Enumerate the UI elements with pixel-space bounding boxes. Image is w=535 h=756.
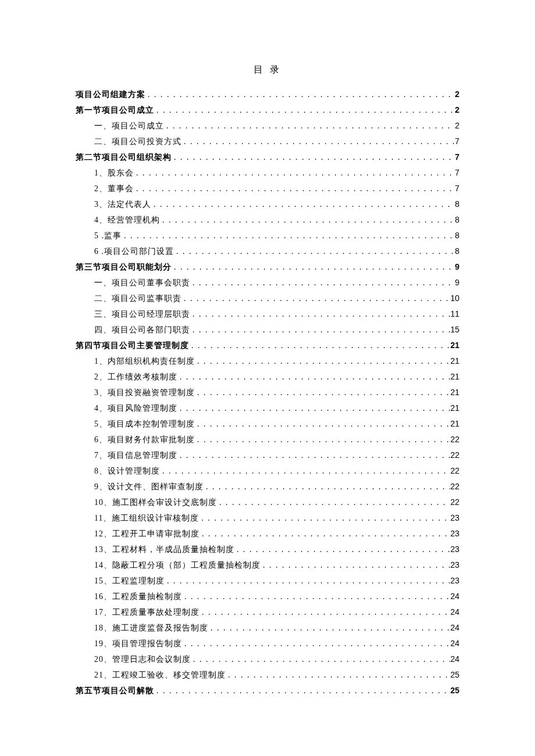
toc-entry[interactable]: 1、内部组织机构责任制度21 — [76, 353, 459, 369]
toc-leader-dots — [151, 197, 455, 212]
toc-leader-dots — [190, 323, 450, 338]
toc-entry-label: 第四节项目公司主要管理制度 — [76, 338, 189, 353]
toc-entry-page: 11 — [450, 306, 459, 321]
toc-title: 目 录 — [76, 64, 459, 76]
toc-entry[interactable]: 4、项目风险管理制度21 — [76, 400, 459, 416]
toc-entry-page: 21 — [450, 338, 459, 353]
toc-entry[interactable]: 二、项目公司投资方式7 — [76, 134, 459, 149]
toc-entry[interactable]: 13、工程材料，半成品质量抽检制度23 — [76, 542, 459, 557]
toc-entry[interactable]: 5 .监事8 — [76, 228, 459, 243]
toc-entry-page: 8 — [455, 243, 459, 259]
toc-entry[interactable]: 20、管理日志和会议制度24 — [76, 651, 459, 667]
toc-entry[interactable]: 2、董事会7 — [76, 181, 459, 196]
toc-entry[interactable]: 15、工程监理制度23 — [76, 573, 459, 589]
toc-entry[interactable]: 第四节项目公司主要管理制度21 — [76, 338, 459, 353]
toc-entry-label: 二、项目公司监事职责 — [94, 291, 181, 306]
toc-entry[interactable]: 7、项目信息管理制度22 — [76, 447, 459, 463]
toc-entry[interactable]: 3、项目投资融资管理制度21 — [76, 385, 459, 400]
toc-leader-dots — [145, 87, 455, 102]
toc-entry[interactable]: 12、工程开工申请审批制度23 — [76, 526, 459, 542]
toc-entry-page: 23 — [450, 542, 459, 557]
toc-entry-page: 21 — [450, 369, 459, 384]
toc-entry[interactable]: 一、项目公司董事会职责9 — [76, 275, 459, 291]
toc-leader-dots — [261, 558, 450, 573]
toc-entry[interactable]: 17、工程质量事故处理制度24 — [76, 604, 459, 620]
toc-entry-label: 1、内部组织机构责任制度 — [94, 354, 195, 369]
toc-entry-label: 第三节项目公司职能划分 — [76, 260, 172, 275]
toc-entry-page: 23 — [450, 573, 459, 588]
toc-entry-page: 24 — [450, 604, 459, 619]
toc-entry[interactable]: 第五节项目公司解散25 — [76, 683, 459, 698]
toc-leader-dots — [204, 479, 450, 495]
toc-entry[interactable]: 三、项目公司经理层职责11 — [76, 306, 459, 322]
toc-entry-label: 2、工作绩效考核制度 — [94, 370, 177, 385]
toc-entry-label: 第一节项目公司成立 — [76, 103, 154, 118]
toc-leader-dots — [199, 511, 450, 526]
toc-entry-page: 2 — [455, 102, 459, 117]
toc-leader-dots — [177, 448, 450, 463]
toc-entry-label: 6、项目财务付款审批制度 — [94, 432, 195, 447]
toc-entry[interactable]: 19、项目管理报告制度24 — [76, 636, 459, 651]
toc-entry[interactable]: 2、工作绩效考核制度21 — [76, 369, 459, 385]
toc-leader-dots — [172, 260, 455, 275]
toc-entry[interactable]: 5、项目成本控制管理制度21 — [76, 416, 459, 432]
toc-entry-label: 1、股东会 — [94, 166, 134, 181]
toc-entry-page: 23 — [450, 557, 459, 572]
toc-entry-page: 8 — [455, 228, 459, 243]
toc-entry-label: 13、工程材料，半成品质量抽检制度 — [94, 542, 234, 557]
toc-leader-dots — [154, 683, 450, 698]
toc-entry[interactable]: 二、项目公司监事职责10 — [76, 291, 459, 306]
toc-entry[interactable]: 9、设计文件、图样审查制度22 — [76, 479, 459, 495]
toc-entry[interactable]: 第三节项目公司职能划分9 — [76, 259, 459, 275]
toc-entry-page: 23 — [450, 526, 459, 541]
toc-entry-page: 22 — [450, 463, 459, 478]
toc-leader-dots — [182, 636, 450, 651]
toc-entry-label: 一、项目公司董事会职责 — [94, 275, 190, 291]
toc-entry[interactable]: 10、施工图样会审设计交底制度22 — [76, 495, 459, 510]
toc-leader-dots — [199, 526, 450, 542]
toc-entry[interactable]: 一、项目公司成立2 — [76, 118, 459, 134]
toc-leader-dots — [195, 385, 450, 400]
toc-leader-dots — [190, 307, 450, 322]
toc-entry[interactable]: 1、股东会7 — [76, 165, 459, 181]
toc-entry-page: 9 — [455, 259, 459, 274]
toc-entry-page: 25 — [450, 683, 459, 698]
toc-entry[interactable]: 项目公司组建方案2 — [76, 87, 459, 102]
toc-leader-dots — [208, 621, 450, 636]
toc-entry[interactable]: 14、隐蔽工程分项（部）工程质量抽检制度23 — [76, 557, 459, 573]
toc-leader-dots — [189, 338, 450, 353]
toc-entry-label: 二、项目公司投资方式 — [94, 134, 181, 149]
toc-entry-label: 20、管理日志和会议制度 — [94, 652, 191, 667]
toc-leader-dots — [177, 370, 450, 385]
toc-leader-dots — [134, 181, 455, 196]
toc-entry[interactable]: 四、项目公司各部门职责15 — [76, 322, 459, 338]
toc-leader-dots — [174, 244, 455, 259]
toc-entry[interactable]: 6 .项目公司部门设置8 — [76, 243, 459, 259]
toc-entry-label: 8、设计管理制度 — [94, 464, 160, 479]
toc-entry[interactable]: 16、工程质量抽检制度24 — [76, 589, 459, 604]
toc-entry[interactable]: 18、施工进度监督及报告制度24 — [76, 620, 459, 636]
toc-entry-page: 15 — [450, 322, 459, 337]
toc-entry[interactable]: 第一节项目公司成立2 — [76, 102, 459, 118]
toc-entry-label: 5 .监事 — [94, 228, 122, 243]
toc-entry-label: 15、工程监理制度 — [94, 574, 165, 589]
toc-entry[interactable]: 6、项目财务付款审批制度22 — [76, 432, 459, 447]
toc-entry-label: 6 .项目公司部门设置 — [94, 244, 174, 259]
toc-entry[interactable]: 第二节项目公司组织架构7 — [76, 149, 459, 165]
toc-entry-page: 24 — [450, 589, 459, 604]
toc-entry[interactable]: 21、工程竣工验收、移交管理制度25 — [76, 667, 459, 683]
toc-entry-page: 10 — [450, 291, 459, 306]
toc-entry-page: 7 — [455, 165, 459, 180]
toc-entry-label: 2、董事会 — [94, 181, 134, 196]
toc-entry[interactable]: 4、经营管理机构8 — [76, 212, 459, 228]
toc-entry-page: 22 — [450, 479, 459, 494]
toc-entry-page: 24 — [450, 620, 459, 635]
toc-entry[interactable]: 11、施工组织设计审核制度23 — [76, 510, 459, 526]
toc-entry[interactable]: 8、设计管理制度22 — [76, 463, 459, 479]
toc-entry-page: 22 — [450, 447, 459, 463]
toc-entry-page: 2 — [455, 87, 459, 102]
toc-entry[interactable]: 3、法定代表人8 — [76, 196, 459, 212]
toc-leader-dots — [191, 652, 450, 667]
toc-list: 项目公司组建方案2第一节项目公司成立2一、项目公司成立2二、项目公司投资方式7第… — [76, 87, 459, 698]
toc-entry-label: 11、施工组织设计审核制度 — [94, 511, 199, 526]
